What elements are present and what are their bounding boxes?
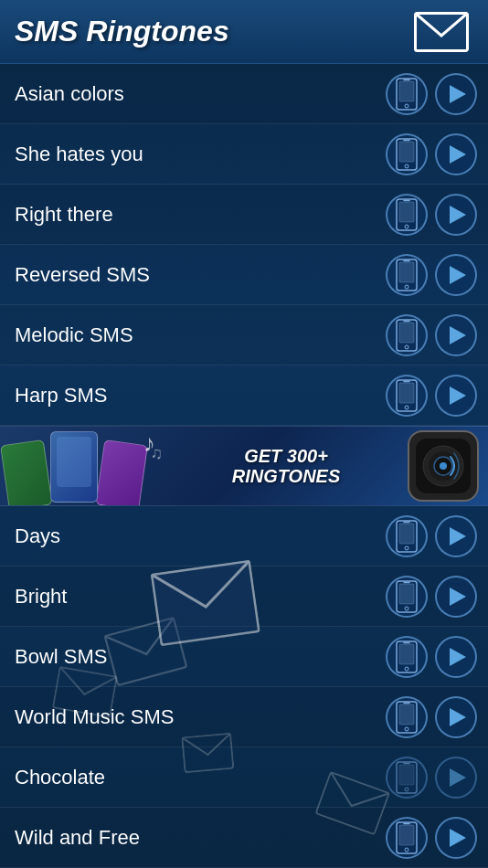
svg-rect-40 [399,584,414,604]
play-button[interactable] [435,375,477,417]
play-triangle-icon [450,829,466,847]
svg-rect-56 [399,825,414,845]
svg-rect-36 [399,524,414,544]
play-triangle-icon [450,386,466,405]
play-button[interactable] [435,636,477,678]
ad-banner[interactable]: ♪ ♫ GET 300+RINGTONES [0,426,488,506]
play-triangle-icon [450,768,466,787]
svg-rect-18 [399,323,414,343]
play-button[interactable] [435,757,477,799]
list-item[interactable]: Asian colors [0,64,488,124]
list-item[interactable]: Bowl SMS [0,627,488,687]
set-ringtone-button[interactable] [386,194,428,236]
set-ringtone-button[interactable] [386,133,428,175]
list-item[interactable]: Days [0,506,488,566]
ringtone-list-top: Asian colors She hates you [0,64,488,426]
set-ringtone-button[interactable] [386,314,428,356]
set-ringtone-button[interactable] [386,817,428,859]
ad-text-area: GET 300+RINGTONES [164,446,408,486]
play-triangle-icon [450,326,466,344]
list-item[interactable]: Chocolate [0,747,488,808]
ringtone-name: Harp SMS [15,384,386,408]
set-ringtone-button[interactable] [386,636,428,678]
list-item[interactable]: Wild and Free [0,808,488,868]
list-item[interactable]: Right there [0,185,488,245]
list-item[interactable]: Melodic SMS [0,305,488,365]
app-header: SMS Ringtones [0,0,488,64]
play-triangle-icon [450,266,466,284]
ringtone-name: Right there [15,203,386,227]
ad-image-left: ♪ ♫ [0,426,164,506]
svg-rect-48 [399,704,414,725]
ringtone-name: Bowl SMS [15,645,386,669]
svg-rect-14 [399,262,414,282]
ad-headline: GET 300+RINGTONES [232,446,341,486]
svg-rect-44 [399,644,414,664]
svg-rect-6 [399,142,414,162]
play-button[interactable] [435,576,477,618]
play-button[interactable] [435,515,477,557]
set-ringtone-button[interactable] [386,375,428,417]
play-triangle-icon [450,85,466,103]
svg-rect-2 [399,81,414,101]
play-button[interactable] [435,73,477,115]
play-button[interactable] [435,254,477,296]
set-ringtone-button[interactable] [386,254,428,296]
ringtone-name: Asian colors [15,82,386,106]
play-triangle-icon [450,206,466,224]
play-button[interactable] [435,133,477,175]
svg-rect-52 [399,765,414,785]
svg-rect-10 [399,202,414,222]
set-ringtone-button[interactable] [386,515,428,557]
play-button[interactable] [435,194,477,236]
ringtone-name: Wild and Free [15,826,386,850]
play-triangle-icon [450,527,466,545]
set-ringtone-button[interactable] [386,696,428,738]
ringtone-name: Melodic SMS [15,323,386,347]
play-triangle-icon [450,708,466,726]
ad-app-icon[interactable] [408,430,479,502]
play-triangle-icon [450,648,466,666]
ringtone-name: Days [15,524,386,548]
set-ringtone-button[interactable] [386,757,428,799]
play-triangle-icon [450,145,466,164]
list-item[interactable]: Harp SMS [0,365,488,426]
svg-rect-22 [399,383,414,403]
set-ringtone-button[interactable] [386,73,428,115]
set-ringtone-button[interactable] [386,576,428,618]
svg-rect-32 [182,734,233,772]
play-button[interactable] [435,314,477,356]
ringtone-name: Reversed SMS [15,263,386,287]
ringtone-name: She hates you [15,143,386,166]
ringtone-list-bottom: Days Bright Bowl SMS [0,506,488,868]
play-button[interactable] [435,696,477,738]
play-button[interactable] [435,817,477,859]
play-triangle-icon [450,587,466,606]
header-envelope-icon [409,9,473,55]
svg-point-29 [440,462,447,470]
list-item[interactable]: Reversed SMS [0,245,488,305]
list-item[interactable]: She hates you [0,124,488,185]
app-title: SMS Ringtones [15,15,229,48]
